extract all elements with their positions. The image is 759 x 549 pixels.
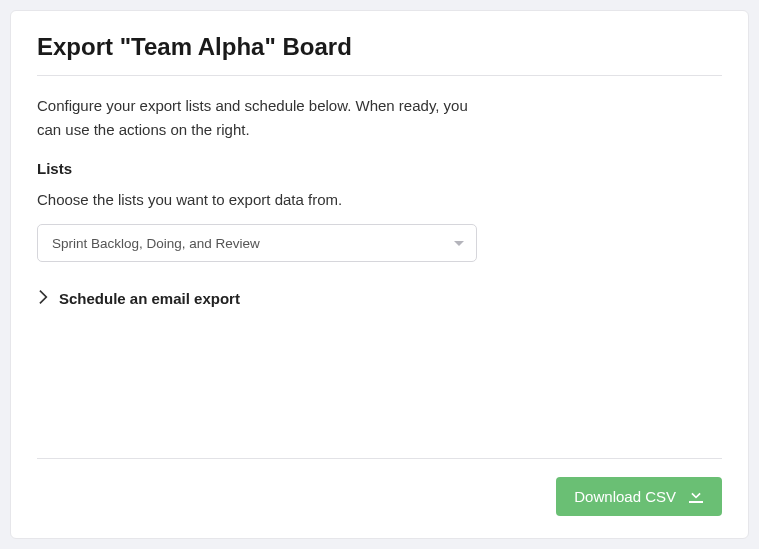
- page-title: Export "Team Alpha" Board: [37, 33, 722, 61]
- footer-divider: [37, 458, 722, 459]
- chevron-right-icon: [39, 290, 49, 307]
- lists-dropdown-value: Sprint Backlog, Doing, and Review: [52, 236, 260, 251]
- download-csv-button[interactable]: Download CSV: [556, 477, 722, 516]
- intro-text: Configure your export lists and schedule…: [37, 94, 477, 142]
- download-icon: [688, 487, 704, 506]
- export-card: Export "Team Alpha" Board Configure your…: [10, 10, 749, 539]
- header-divider: [37, 75, 722, 76]
- lists-section-description: Choose the lists you want to export data…: [37, 191, 722, 208]
- caret-down-icon: [454, 241, 464, 246]
- lists-dropdown[interactable]: Sprint Backlog, Doing, and Review: [37, 224, 477, 262]
- schedule-expander[interactable]: Schedule an email export: [37, 290, 722, 307]
- lists-section-label: Lists: [37, 160, 722, 177]
- schedule-expander-label: Schedule an email export: [59, 290, 240, 307]
- download-csv-label: Download CSV: [574, 488, 676, 505]
- actions-row: Download CSV: [37, 477, 722, 516]
